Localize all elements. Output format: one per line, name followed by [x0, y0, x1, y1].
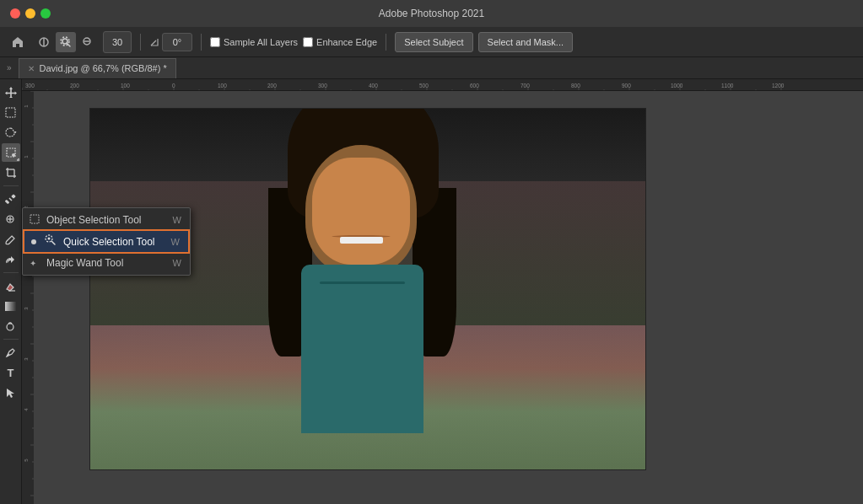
title-bar: Adobe Photoshop 2021 [0, 0, 863, 27]
enhance-edge-checkbox[interactable]: Enhance Edge [303, 37, 377, 47]
svg-text:1000: 1000 [671, 83, 683, 88]
magic-wand-label: Magic Wand Tool [46, 257, 123, 269]
quick-select-icon[interactable] [56, 32, 76, 52]
quick-selection-bullet [31, 239, 36, 244]
svg-rect-20 [5, 302, 16, 311]
svg-text:300: 300 [25, 83, 35, 88]
svg-text:200: 200 [267, 83, 277, 88]
brush-size-input[interactable]: 30 [103, 31, 132, 53]
magic-wand-icon: ✦ [30, 259, 36, 268]
toolbar-healing-brush[interactable] [2, 210, 20, 228]
svg-rect-23 [22, 91, 34, 504]
close-button[interactable] [10, 8, 20, 19]
svg-rect-107 [30, 215, 39, 223]
separator-1 [140, 34, 141, 51]
tab-close-button[interactable]: ✕ [28, 64, 35, 73]
photo-canvas [89, 108, 646, 470]
toolbar-path-select-tool[interactable] [2, 383, 20, 402]
svg-text:200: 200 [70, 83, 79, 88]
main-area: T [0, 79, 863, 504]
svg-rect-13 [11, 194, 16, 199]
app-title: Adobe Photoshop 2021 [379, 8, 484, 19]
toolbar-type-tool[interactable]: T [2, 363, 20, 382]
svg-text:0: 0 [172, 83, 175, 88]
svg-text:900: 900 [622, 83, 631, 88]
person-face [312, 158, 410, 265]
options-bar: 30 Sample All Layers Enhance Edge Select… [0, 27, 863, 57]
quick-selection-icon [45, 234, 57, 249]
vertical-ruler: 1 1 2 2 3 3 4 5 6 [22, 91, 34, 504]
left-toolbar: T [0, 79, 22, 504]
toolbar-object-select-tool[interactable] [2, 143, 20, 162]
toolbar-divider-1 [3, 185, 19, 186]
svg-line-109 [51, 241, 55, 244]
maximize-button[interactable] [40, 8, 51, 19]
subtract-icon[interactable] [78, 32, 98, 52]
toolbar-marquee-tool[interactable] [2, 103, 20, 121]
context-menu-magic-wand[interactable]: ✦ Magic Wand Tool W [23, 254, 190, 272]
brush-mode-icon[interactable] [34, 32, 54, 52]
svg-text:100: 100 [218, 83, 227, 88]
select-subject-button[interactable]: Select Subject [395, 32, 472, 52]
home-button[interactable] [7, 31, 29, 53]
toolbar-pen-tool[interactable] [2, 343, 20, 362]
tab-label: David.jpg @ 66,7% (RGB/8#) * [40, 63, 167, 73]
panel-collapse-button[interactable]: » [7, 63, 12, 72]
enhance-edge-input[interactable] [303, 37, 313, 47]
svg-text:800: 800 [571, 83, 580, 88]
horizontal-ruler: 300 200 100 0 100 200 300 400 500 600 70… [22, 79, 863, 91]
magic-wand-shortcut: W [173, 258, 181, 268]
angle-box [149, 33, 192, 51]
toolbar-brush-tool[interactable] [2, 230, 20, 249]
toolbar-divider-3 [3, 339, 19, 340]
toolbar-lasso-tool[interactable] [2, 123, 20, 142]
angle-input[interactable] [162, 33, 192, 51]
svg-rect-14 [5, 199, 9, 204]
person-teeth [340, 237, 383, 244]
object-selection-icon [30, 214, 40, 226]
svg-text:1100: 1100 [721, 83, 734, 88]
toolbar-crop-tool[interactable] [2, 164, 20, 182]
quick-selection-shortcut: W [171, 237, 180, 247]
svg-text:400: 400 [369, 83, 378, 88]
svg-text:1200: 1200 [772, 83, 785, 88]
svg-text:300: 300 [318, 83, 327, 88]
object-selection-label: Object Selection Tool [46, 214, 142, 226]
quick-selection-label: Quick Selection Tool [63, 236, 155, 248]
separator-3 [386, 34, 386, 51]
person-body [301, 265, 423, 433]
select-and-mask-button[interactable]: Select and Mask... [478, 32, 574, 52]
toolbar-eyedropper-tool[interactable] [2, 190, 20, 208]
toolbar-blur-tool[interactable] [2, 317, 20, 335]
toolbar-divider-2 [3, 272, 19, 273]
svg-point-110 [48, 238, 51, 240]
minimize-button[interactable] [25, 8, 35, 19]
svg-text:600: 600 [470, 83, 479, 88]
canvas-area[interactable] [22, 91, 863, 504]
object-selection-shortcut: W [173, 215, 181, 225]
svg-text:500: 500 [419, 83, 429, 88]
toolbar-eraser-tool[interactable] [2, 276, 20, 295]
photo-person [256, 126, 478, 433]
svg-point-21 [7, 324, 13, 330]
photo-background [90, 109, 645, 469]
canvas-wrapper: 300 200 100 0 100 200 300 400 500 600 70… [22, 79, 863, 504]
svg-text:700: 700 [520, 83, 530, 88]
context-menu-quick-selection[interactable]: Quick Selection Tool W [23, 229, 190, 254]
traffic-lights [10, 8, 51, 19]
svg-line-15 [9, 198, 12, 201]
person-shirt-collar [320, 281, 405, 284]
svg-point-8 [12, 153, 15, 157]
svg-text:100: 100 [121, 83, 130, 88]
sample-all-layers-input[interactable] [210, 37, 220, 47]
toolbar-move-tool[interactable] [2, 83, 20, 101]
toolbar-clone-stamp[interactable] [2, 250, 20, 269]
separator-2 [201, 34, 202, 51]
toolbar-gradient-tool[interactable] [2, 297, 20, 315]
document-tab[interactable]: ✕ David.jpg @ 66,7% (RGB/8#) * [19, 58, 176, 78]
sample-all-layers-checkbox[interactable]: Sample All Layers [210, 37, 298, 47]
brush-tool-icons [34, 32, 98, 52]
context-menu-object-selection[interactable]: Object Selection Tool W [23, 211, 190, 229]
svg-rect-59 [22, 79, 863, 91]
svg-rect-6 [6, 108, 15, 117]
